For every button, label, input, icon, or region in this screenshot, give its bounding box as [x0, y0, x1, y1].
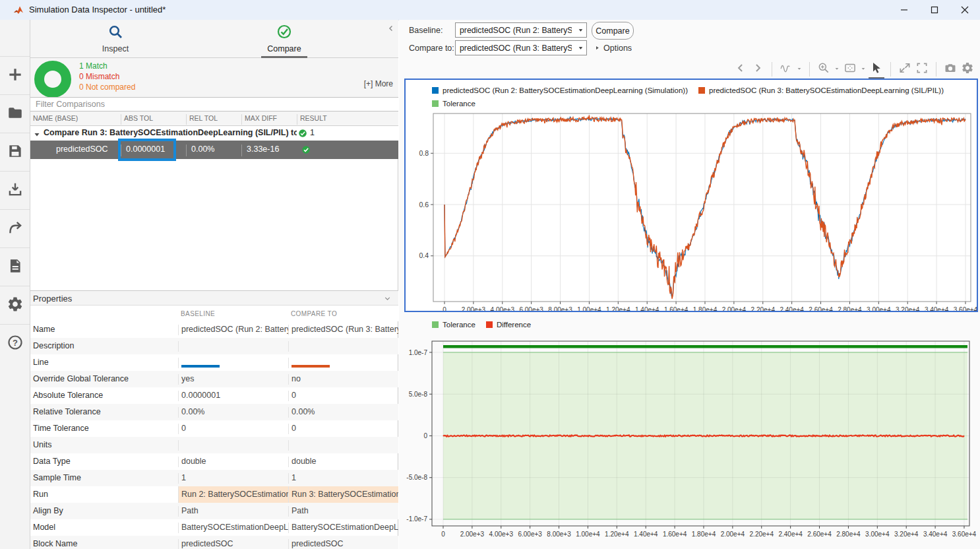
property-value-baseline[interactable]: 0.0000001: [178, 391, 288, 401]
preferences-icon: [7, 296, 24, 315]
history-back-button[interactable]: [732, 61, 749, 78]
property-value-compare[interactable]: [288, 440, 398, 451]
property-value-baseline[interactable]: [178, 440, 288, 451]
preferences-button[interactable]: [0, 286, 30, 324]
chart1-container[interactable]: predictedSOC (Run 2: BatterySOCEstimatio…: [404, 79, 978, 312]
property-value-compare[interactable]: 0: [288, 391, 398, 401]
open-button[interactable]: [0, 94, 30, 133]
svg-text:2.60e+4: 2.60e+4: [807, 531, 832, 538]
baseline-dropdown-value: predictedSOC (Run 2: BatterySO(: [460, 26, 572, 35]
svg-text:1.80e+4: 1.80e+4: [692, 531, 716, 538]
zoom-tool-button[interactable]: [815, 61, 832, 78]
compare-to-dropdown[interactable]: predictedSOC (Run 3: BatterySO(: [455, 40, 587, 55]
options-expander[interactable]: Options: [594, 44, 632, 53]
toolbar-separator: [772, 62, 772, 77]
svg-text:8.00e+3: 8.00e+3: [548, 306, 572, 311]
caret-down-icon: [833, 63, 841, 75]
pointer-tool-button[interactable]: [868, 61, 885, 78]
create-report-button[interactable]: [0, 247, 30, 286]
close-button[interactable]: [950, 0, 980, 20]
property-row-align-by: Align ByPathPath: [30, 503, 398, 519]
column-header-name-base-[interactable]: NAME (BASE): [30, 114, 121, 125]
baseline-dropdown[interactable]: predictedSOC (Run 2: BatterySO(: [455, 22, 587, 38]
column-header-rel-tol[interactable]: REL TOL: [186, 114, 241, 125]
column-header-result[interactable]: RESULT: [297, 114, 398, 125]
import-button[interactable]: [0, 171, 30, 209]
comparison-table-header: NAME (BASE)ABS TOLREL TOLMAX DIFFRESULT: [30, 112, 398, 126]
caret-down-icon[interactable]: [795, 61, 804, 78]
caret-down-icon[interactable]: [832, 61, 842, 78]
expand-tool-button[interactable]: [896, 61, 913, 78]
compare-to-column-label: COMPARE TO: [291, 310, 337, 317]
tab-inspect[interactable]: Inspect: [76, 24, 155, 53]
legend-label-baseline: predictedSOC (Run 2: BatterySOCEstimatio…: [443, 86, 688, 94]
comparison-signal-row[interactable]: predictedSOC 0.0000001 0.00% 3.33e-16: [30, 141, 398, 159]
column-header-max-diff[interactable]: MAX DIFF: [241, 114, 297, 125]
property-value-baseline[interactable]: 0: [178, 424, 288, 434]
property-label: Align By: [33, 506, 63, 515]
help-button[interactable]: ?: [0, 324, 30, 362]
minimize-button[interactable]: [889, 0, 919, 20]
chart1-plot[interactable]: 0.80.60.402.00e+34.00e+36.00e+38.00e+31.…: [406, 108, 977, 311]
svg-text:2.00e+4: 2.00e+4: [722, 306, 747, 311]
property-value-baseline[interactable]: predictedSOC (Run 2: BatterySOCEstimatio…: [178, 325, 288, 335]
properties-header[interactable]: Properties: [30, 290, 398, 306]
signal-name-cell[interactable]: predictedSOC: [30, 145, 121, 156]
save-button[interactable]: [0, 133, 30, 171]
property-value-compare[interactable]: predictedSOC (Run 3: BatterySOCEstimatio…: [288, 325, 398, 335]
property-value-compare[interactable]: [288, 341, 398, 352]
property-value-baseline: BatterySOCEstimationDeepLearning: [178, 523, 288, 533]
compare-button[interactable]: Compare: [592, 22, 634, 40]
property-value-compare[interactable]: [288, 358, 398, 368]
tab-compare[interactable]: Compare: [245, 24, 324, 53]
comparison-group-row[interactable]: Compare Run 3: BatterySOCEstimationDeepL…: [30, 126, 398, 141]
signal-tool-button[interactable]: [778, 61, 795, 78]
property-row-block-name: Block NamepredictedSOCpredictedSOC: [30, 536, 398, 549]
property-value-compare[interactable]: 0: [288, 424, 398, 434]
property-value-compare[interactable]: no: [288, 374, 398, 385]
compare-to-dropdown-value: predictedSOC (Run 3: BatterySO(: [460, 44, 572, 53]
chevron-down-icon[interactable]: [383, 294, 392, 306]
svg-text:3.40e+4: 3.40e+4: [925, 306, 949, 311]
svg-text:2.80e+4: 2.80e+4: [836, 531, 861, 538]
property-value-baseline[interactable]: yes: [178, 374, 288, 385]
mismatch-count: 0 Mismatch: [79, 72, 119, 81]
add-button[interactable]: [0, 56, 30, 94]
svg-text:0.4: 0.4: [419, 251, 429, 259]
plot-settings-button[interactable]: [959, 61, 976, 78]
caret-down-icon[interactable]: [859, 61, 868, 78]
property-value-baseline[interactable]: [178, 358, 288, 368]
svg-text:?: ?: [13, 337, 18, 347]
property-value-baseline[interactable]: [178, 341, 288, 352]
property-value-compare[interactable]: 0.00%: [288, 407, 398, 418]
property-row-run: RunRun 2: BatterySOCEstimationDeepLearni…: [30, 486, 398, 503]
property-row-sample-time: Sample Time11: [30, 470, 398, 486]
svg-text:3.40e+4: 3.40e+4: [923, 531, 948, 538]
chart2-plot[interactable]: 1.0e-75.0e-80-5.0e-8-1.0e-702.00e+34.00e…: [399, 331, 980, 549]
pass-check-icon: [298, 129, 307, 141]
triangle-down-icon[interactable]: [33, 129, 41, 141]
export-icon: [7, 219, 24, 239]
fullscreen-tool-button[interactable]: [913, 61, 931, 78]
maximize-button[interactable]: [919, 0, 950, 20]
rel-tol-cell[interactable]: 0.00%: [186, 145, 241, 156]
snapshot-tool-button[interactable]: [942, 61, 959, 78]
cursor-icon: [870, 61, 883, 77]
abs-tol-cell[interactable]: 0.0000001: [121, 145, 186, 156]
toolbar-separator: [936, 62, 936, 77]
collapse-panel-icon[interactable]: [386, 24, 396, 36]
property-value-baseline[interactable]: 0.00%: [178, 407, 288, 418]
legend-label-difference: Difference: [497, 321, 531, 329]
property-value-compare: Run 3: BatterySOCEstimationDeepLearning …: [288, 486, 398, 503]
save-icon: [7, 143, 24, 162]
baseline-line-swatch: [181, 365, 220, 368]
filter-comparisons-input[interactable]: [30, 98, 397, 111]
fit-to-view-tool-button[interactable]: [842, 61, 859, 78]
export-button[interactable]: [0, 209, 30, 247]
history-forward-button[interactable]: [749, 61, 766, 78]
baseline-label: Baseline:: [409, 26, 443, 35]
column-header-abs-tol[interactable]: ABS TOL: [121, 114, 186, 125]
svg-text:3.60e+4: 3.60e+4: [954, 306, 977, 311]
property-value-compare: Path: [288, 506, 398, 517]
more-link[interactable]: [+] More: [364, 79, 393, 88]
